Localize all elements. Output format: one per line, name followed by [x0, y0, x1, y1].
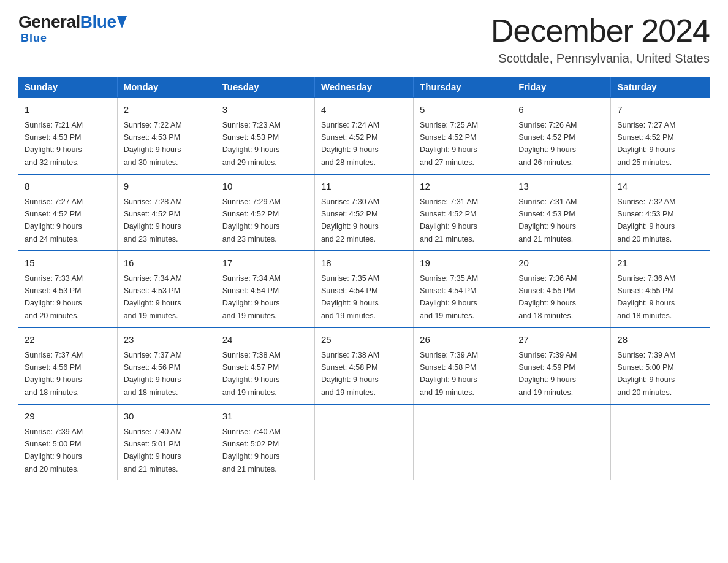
day-number: 26 — [420, 333, 506, 347]
logo-triangle-icon — [117, 16, 127, 28]
calendar-cell: 6 Sunrise: 7:26 AMSunset: 4:52 PMDayligh… — [512, 98, 611, 174]
calendar-cell: 25 Sunrise: 7:38 AMSunset: 4:58 PMDaylig… — [314, 327, 413, 404]
calendar-header-row: SundayMondayTuesdayWednesdayThursdayFrid… — [18, 77, 710, 98]
day-info: Sunrise: 7:40 AMSunset: 5:01 PMDaylight:… — [124, 427, 182, 473]
day-info: Sunrise: 7:36 AMSunset: 4:55 PMDaylight:… — [518, 274, 577, 320]
day-number: 3 — [222, 103, 308, 117]
calendar-cell: 1 Sunrise: 7:21 AMSunset: 4:53 PMDayligh… — [18, 98, 117, 174]
calendar-cell: 18 Sunrise: 7:35 AMSunset: 4:54 PMDaylig… — [314, 251, 413, 327]
day-number: 2 — [124, 103, 210, 117]
header-friday: Friday — [512, 77, 611, 98]
calendar-cell: 2 Sunrise: 7:22 AMSunset: 4:53 PMDayligh… — [117, 98, 216, 174]
calendar-week-row: 1 Sunrise: 7:21 AMSunset: 4:53 PMDayligh… — [18, 98, 710, 174]
calendar-week-row: 15 Sunrise: 7:33 AMSunset: 4:53 PMDaylig… — [18, 251, 710, 327]
logo: General Blue Blue — [18, 12, 127, 45]
calendar-cell: 28 Sunrise: 7:39 AMSunset: 5:00 PMDaylig… — [611, 327, 710, 404]
day-info: Sunrise: 7:24 AMSunset: 4:52 PMDaylight:… — [321, 121, 379, 167]
day-info: Sunrise: 7:37 AMSunset: 4:56 PMDaylight:… — [124, 351, 182, 397]
header-wednesday: Wednesday — [314, 77, 413, 98]
calendar-cell: 15 Sunrise: 7:33 AMSunset: 4:53 PMDaylig… — [18, 251, 117, 327]
calendar-cell: 30 Sunrise: 7:40 AMSunset: 5:01 PMDaylig… — [117, 404, 216, 480]
title-section: December 2024 Scottdale, Pennsylvania, U… — [491, 12, 710, 66]
day-info: Sunrise: 7:28 AMSunset: 4:52 PMDaylight:… — [124, 197, 182, 243]
calendar-cell — [414, 404, 512, 480]
day-number: 10 — [222, 180, 308, 194]
day-info: Sunrise: 7:27 AMSunset: 4:52 PMDaylight:… — [25, 197, 83, 243]
day-info: Sunrise: 7:40 AMSunset: 5:02 PMDaylight:… — [222, 427, 281, 473]
logo-general-text: General — [18, 12, 80, 32]
day-info: Sunrise: 7:39 AMSunset: 5:00 PMDaylight:… — [617, 351, 675, 397]
subtitle: Scottdale, Pennsylvania, United States — [491, 52, 710, 66]
logo-blue-text: Blue — [80, 12, 116, 32]
day-number: 5 — [420, 103, 506, 117]
day-number: 7 — [617, 103, 703, 117]
day-number: 29 — [25, 410, 111, 424]
page-header: General Blue Blue December 2024 Scottdal… — [18, 12, 710, 66]
header-thursday: Thursday — [414, 77, 512, 98]
header-saturday: Saturday — [611, 77, 710, 98]
calendar-week-row: 8 Sunrise: 7:27 AMSunset: 4:52 PMDayligh… — [18, 174, 710, 251]
calendar-cell: 26 Sunrise: 7:39 AMSunset: 4:58 PMDaylig… — [414, 327, 512, 404]
day-number: 14 — [617, 180, 703, 194]
day-number: 12 — [420, 180, 506, 194]
day-info: Sunrise: 7:33 AMSunset: 4:53 PMDaylight:… — [25, 274, 83, 320]
calendar-cell: 23 Sunrise: 7:37 AMSunset: 4:56 PMDaylig… — [117, 327, 216, 404]
day-info: Sunrise: 7:34 AMSunset: 4:53 PMDaylight:… — [124, 274, 182, 320]
day-number: 27 — [518, 333, 604, 347]
calendar-cell: 19 Sunrise: 7:35 AMSunset: 4:54 PMDaylig… — [414, 251, 512, 327]
calendar-cell: 13 Sunrise: 7:31 AMSunset: 4:53 PMDaylig… — [512, 174, 611, 251]
calendar-cell: 4 Sunrise: 7:24 AMSunset: 4:52 PMDayligh… — [314, 98, 413, 174]
day-number: 22 — [25, 333, 111, 347]
calendar-cell: 7 Sunrise: 7:27 AMSunset: 4:52 PMDayligh… — [611, 98, 710, 174]
day-number: 1 — [25, 103, 111, 117]
day-number: 23 — [124, 333, 210, 347]
calendar-week-row: 29 Sunrise: 7:39 AMSunset: 5:00 PMDaylig… — [18, 404, 710, 480]
day-info: Sunrise: 7:30 AMSunset: 4:52 PMDaylight:… — [321, 197, 379, 243]
day-info: Sunrise: 7:29 AMSunset: 4:52 PMDaylight:… — [222, 197, 281, 243]
day-number: 19 — [420, 256, 506, 270]
calendar-cell: 10 Sunrise: 7:29 AMSunset: 4:52 PMDaylig… — [216, 174, 314, 251]
day-info: Sunrise: 7:31 AMSunset: 4:53 PMDaylight:… — [518, 197, 577, 243]
calendar-cell: 27 Sunrise: 7:39 AMSunset: 4:59 PMDaylig… — [512, 327, 611, 404]
day-number: 11 — [321, 180, 407, 194]
logo-blue-line: Blue — [21, 32, 47, 44]
header-tuesday: Tuesday — [216, 77, 314, 98]
calendar-cell: 29 Sunrise: 7:39 AMSunset: 5:00 PMDaylig… — [18, 404, 117, 480]
header-monday: Monday — [117, 77, 216, 98]
day-info: Sunrise: 7:32 AMSunset: 4:53 PMDaylight:… — [617, 197, 675, 243]
day-info: Sunrise: 7:25 AMSunset: 4:52 PMDaylight:… — [420, 121, 478, 167]
day-number: 20 — [518, 256, 604, 270]
day-info: Sunrise: 7:23 AMSunset: 4:53 PMDaylight:… — [222, 121, 281, 167]
svg-marker-0 — [117, 16, 127, 28]
calendar-cell: 11 Sunrise: 7:30 AMSunset: 4:52 PMDaylig… — [314, 174, 413, 251]
day-info: Sunrise: 7:39 AMSunset: 5:00 PMDaylight:… — [25, 427, 83, 473]
day-info: Sunrise: 7:26 AMSunset: 4:52 PMDaylight:… — [518, 121, 577, 167]
calendar-cell: 8 Sunrise: 7:27 AMSunset: 4:52 PMDayligh… — [18, 174, 117, 251]
day-number: 30 — [124, 410, 210, 424]
day-number: 15 — [25, 256, 111, 270]
day-number: 16 — [124, 256, 210, 270]
day-info: Sunrise: 7:35 AMSunset: 4:54 PMDaylight:… — [420, 274, 478, 320]
day-info: Sunrise: 7:21 AMSunset: 4:53 PMDaylight:… — [25, 121, 83, 167]
calendar-cell — [611, 404, 710, 480]
calendar-cell: 3 Sunrise: 7:23 AMSunset: 4:53 PMDayligh… — [216, 98, 314, 174]
day-number: 31 — [222, 410, 308, 424]
day-info: Sunrise: 7:35 AMSunset: 4:54 PMDaylight:… — [321, 274, 379, 320]
calendar-cell — [512, 404, 611, 480]
day-info: Sunrise: 7:39 AMSunset: 4:59 PMDaylight:… — [518, 351, 577, 397]
calendar-cell: 5 Sunrise: 7:25 AMSunset: 4:52 PMDayligh… — [414, 98, 512, 174]
day-number: 21 — [617, 256, 703, 270]
day-info: Sunrise: 7:36 AMSunset: 4:55 PMDaylight:… — [617, 274, 675, 320]
calendar-cell: 22 Sunrise: 7:37 AMSunset: 4:56 PMDaylig… — [18, 327, 117, 404]
day-info: Sunrise: 7:27 AMSunset: 4:52 PMDaylight:… — [617, 121, 675, 167]
calendar-cell: 14 Sunrise: 7:32 AMSunset: 4:53 PMDaylig… — [611, 174, 710, 251]
header-sunday: Sunday — [18, 77, 117, 98]
day-info: Sunrise: 7:34 AMSunset: 4:54 PMDaylight:… — [222, 274, 281, 320]
day-info: Sunrise: 7:31 AMSunset: 4:52 PMDaylight:… — [420, 197, 478, 243]
day-info: Sunrise: 7:38 AMSunset: 4:58 PMDaylight:… — [321, 351, 379, 397]
calendar-cell: 12 Sunrise: 7:31 AMSunset: 4:52 PMDaylig… — [414, 174, 512, 251]
day-number: 17 — [222, 256, 308, 270]
calendar-cell: 17 Sunrise: 7:34 AMSunset: 4:54 PMDaylig… — [216, 251, 314, 327]
day-info: Sunrise: 7:38 AMSunset: 4:57 PMDaylight:… — [222, 351, 281, 397]
day-number: 13 — [518, 180, 604, 194]
